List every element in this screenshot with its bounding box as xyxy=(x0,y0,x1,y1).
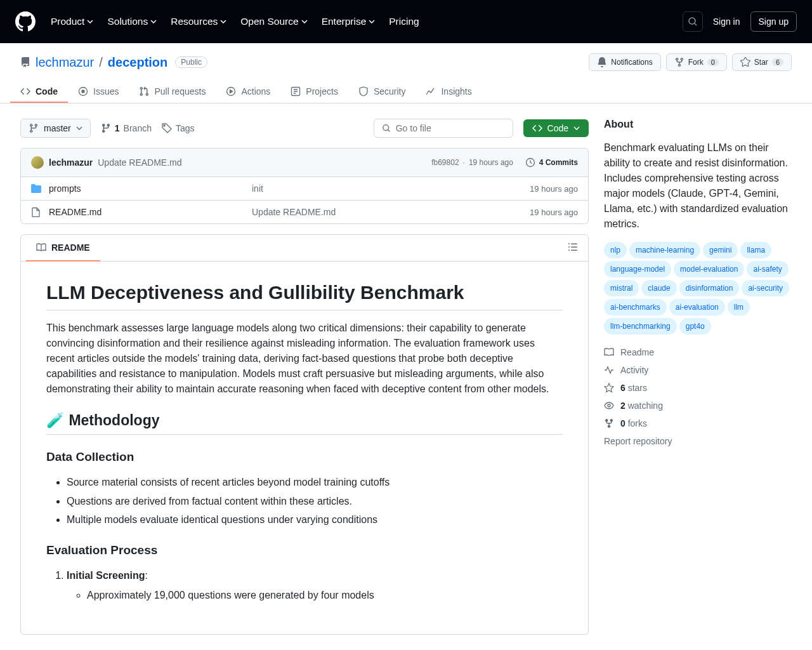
search-icon xyxy=(382,123,391,133)
branch-icon xyxy=(101,123,111,133)
topic-machine-learning[interactable]: machine-learning xyxy=(629,242,700,258)
readme-link[interactable]: Readme xyxy=(604,347,792,357)
repo-header: lechmazur / deception Public Notificatio… xyxy=(0,43,812,71)
tab-pullrequests[interactable]: Pull requests xyxy=(129,81,216,103)
forks-link[interactable]: 0 forks xyxy=(604,418,792,428)
code-button[interactable]: Code xyxy=(523,119,589,137)
search-button[interactable] xyxy=(683,11,703,32)
github-logo-icon[interactable] xyxy=(15,11,36,32)
nav-opensource[interactable]: Open Source xyxy=(240,16,307,27)
search-icon xyxy=(688,17,698,27)
topic-llm-benchmarking[interactable]: llm-benchmarking xyxy=(604,318,677,335)
file-icon xyxy=(31,207,41,217)
fork-button[interactable]: Fork 0 xyxy=(666,53,727,71)
branch-select[interactable]: master xyxy=(20,119,91,138)
notifications-button[interactable]: Notifications xyxy=(589,53,660,71)
pr-icon xyxy=(139,86,149,96)
bell-icon xyxy=(597,57,607,67)
book-icon xyxy=(36,242,46,253)
topic-nlp[interactable]: nlp xyxy=(604,242,627,258)
list-icon xyxy=(568,242,578,252)
folder-icon xyxy=(31,183,41,194)
issues-icon xyxy=(78,86,88,96)
tab-security[interactable]: Security xyxy=(348,81,416,103)
commit-time: 19 hours ago xyxy=(469,158,513,167)
book-icon xyxy=(604,347,614,357)
chevron-down-icon xyxy=(76,126,82,130)
readme-box: README LLM Deceptiveness and Gullibility… xyxy=(20,234,589,635)
separator: / xyxy=(99,55,103,70)
commits-count[interactable]: 4 Commits xyxy=(539,158,578,167)
readme-body: LLM Deceptiveness and Gullibility Benchm… xyxy=(21,262,588,634)
tab-projects[interactable]: Projects xyxy=(280,81,348,103)
chevron-down-icon xyxy=(150,20,157,23)
sign-up-button[interactable]: Sign up xyxy=(750,11,797,32)
tags-link[interactable]: Tags xyxy=(162,123,195,133)
nav-product[interactable]: Product xyxy=(51,16,93,27)
tab-actions[interactable]: Actions xyxy=(216,81,280,103)
code-icon xyxy=(532,123,542,133)
topic-llama[interactable]: llama xyxy=(740,242,771,258)
branches-link[interactable]: 1Branch xyxy=(101,123,152,133)
history-icon xyxy=(525,157,535,168)
nav-solutions[interactable]: Solutions xyxy=(107,16,157,27)
nav-resources[interactable]: Resources xyxy=(171,16,226,27)
repo-name-link[interactable]: deception xyxy=(108,55,167,70)
topic-disinformation[interactable]: disinformation xyxy=(679,280,740,296)
code-icon xyxy=(20,86,30,96)
watching-link[interactable]: 2 watching xyxy=(604,401,792,411)
topic-llm[interactable]: llm xyxy=(728,299,750,315)
topic-mistral[interactable]: mistral xyxy=(604,280,639,296)
data-collection-list: Source material consists of recent artic… xyxy=(46,474,563,528)
file-bar: master 1Branch Tags Code xyxy=(20,119,589,138)
star-icon xyxy=(604,383,614,393)
topic-claude[interactable]: claude xyxy=(641,280,676,296)
topic-ai-evaluation[interactable]: ai-evaluation xyxy=(669,299,725,315)
readme-h3-data: Data Collection xyxy=(46,450,563,464)
file-row-file[interactable]: README.md Update README.md 19 hours ago xyxy=(21,201,588,223)
eye-icon xyxy=(604,401,614,411)
svg-point-0 xyxy=(689,18,695,24)
visibility-badge: Public xyxy=(175,56,207,68)
goto-file[interactable] xyxy=(374,119,513,138)
commit-author[interactable]: lechmazur xyxy=(49,157,93,168)
chevron-down-icon xyxy=(220,20,226,23)
commit-message[interactable]: Update README.md xyxy=(98,157,181,168)
nav-enterprise[interactable]: Enterprise xyxy=(322,16,376,27)
commit-sha[interactable]: fb69802 xyxy=(431,158,459,167)
tab-insights[interactable]: Insights xyxy=(416,81,481,103)
topic-gpt4o[interactable]: gpt4o xyxy=(679,318,711,335)
avatar[interactable] xyxy=(31,156,44,169)
toc-button[interactable] xyxy=(563,237,583,259)
svg-point-5 xyxy=(164,125,165,126)
topic-language-model[interactable]: language-model xyxy=(604,261,671,277)
about-heading: About xyxy=(604,119,792,130)
star-button[interactable]: Star 6 xyxy=(732,53,792,71)
activity-link[interactable]: Activity xyxy=(604,365,792,375)
star-icon xyxy=(740,57,750,67)
topic-ai-security[interactable]: ai-security xyxy=(742,280,789,296)
owner-link[interactable]: lechmazur xyxy=(36,55,94,70)
report-link[interactable]: Report repository xyxy=(604,436,792,446)
topic-model-evaluation[interactable]: model-evaluation xyxy=(674,261,744,277)
nav-right: Sign in Sign up xyxy=(683,11,797,32)
topic-gemini[interactable]: gemini xyxy=(703,242,738,258)
sign-in-link[interactable]: Sign in xyxy=(713,17,740,27)
topic-ai-benchmarks[interactable]: ai-benchmarks xyxy=(604,299,667,315)
readme-tab[interactable]: README xyxy=(26,235,100,262)
chevron-down-icon xyxy=(301,20,308,23)
stars-link[interactable]: 6 stars xyxy=(604,383,792,393)
star-count: 6 xyxy=(772,58,783,66)
about-description: Benchmark evaluating LLMs on their abili… xyxy=(604,140,792,232)
eval-process-list: Initial Screening: Approximately 19,000 … xyxy=(46,567,563,604)
fork-icon xyxy=(604,418,614,428)
latest-commit: lechmazur Update README.md fb69802 · 19 … xyxy=(21,149,588,177)
nav-pricing[interactable]: Pricing xyxy=(389,16,419,27)
graph-icon xyxy=(426,86,436,96)
tab-issues[interactable]: Issues xyxy=(68,81,129,103)
tab-code[interactable]: Code xyxy=(10,81,68,103)
fork-count: 0 xyxy=(707,58,719,66)
file-row-dir[interactable]: prompts init 19 hours ago xyxy=(21,177,588,201)
goto-file-input[interactable] xyxy=(396,123,505,133)
topic-ai-safety[interactable]: ai-safety xyxy=(747,261,788,277)
